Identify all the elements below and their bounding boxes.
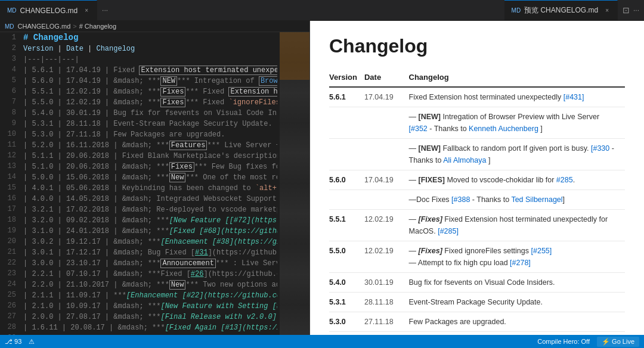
status-git[interactable]: ⎇ 93 — [5, 338, 21, 346]
table-row: —Doc Fixes [#388 - Thanks to Ted Silbern… — [329, 190, 625, 210]
status-bar: ⎇ 93 ⚠ Compile Hero: Off ⚡ Go Live — [0, 335, 644, 348]
table-row: 5.6.0 17.04.19 — [FIXES] Moved to vscode… — [329, 170, 625, 190]
code-line-10: | 5.3.0 | 27.11.18 | Few Packages are up… — [23, 129, 277, 140]
cell-version — [329, 190, 364, 210]
cell-version: 5.6.0 — [329, 170, 364, 190]
code-line-19: | 3.1.0 | 24.01.2018 | &mdash; ***[Fixed… — [23, 226, 277, 237]
cell-date: 12.02.19 — [364, 210, 409, 241]
editor-area: MD CHANGELOG.md > # Changelog 12345 6789… — [0, 21, 644, 335]
tab-label-left: CHANGELOG.md — [20, 7, 78, 15]
code-line-23: | 2.2.1 | 07.10.17 | &mdash; ***Fixed [#… — [23, 269, 277, 279]
changelog-link-285[interactable]: #285 — [556, 176, 573, 184]
table-row: — [NEW] Fallback to random port If given… — [329, 139, 625, 170]
code-line-11: | 5.2.0 | 16.11.2018 | &mdash; ***Featur… — [23, 140, 277, 151]
cell-date: 17.04.19 — [364, 87, 409, 107]
cell-changelog: — [NEW] Fallback to random port If given… — [409, 139, 625, 170]
breadcrumb-section: # Changelog — [79, 23, 116, 30]
table-row: 5.5.0 12.02.19 — [Fixes] Fixed ignoreFil… — [329, 241, 625, 273]
table-row: 5.6.1 17.04.19 Fixed Extension host term… — [329, 87, 625, 107]
changelog-link-330[interactable]: [#330 — [591, 144, 609, 153]
preview-action-more[interactable]: ··· — [633, 6, 639, 14]
changelog-link-author1[interactable]: Kenneth Auchenberg — [469, 125, 538, 133]
code-area[interactable]: 12345 678910 1112131415 1617181920 21222… — [0, 32, 309, 335]
code-line-12: | 5.1.1 | 20.06.2018 | Fixed Blank Marke… — [23, 151, 277, 161]
breadcrumb-file: MD CHANGELOG.md — [5, 23, 70, 30]
changelog-link-278[interactable]: [#278] — [510, 259, 531, 267]
cell-date: 27.11.18 — [364, 312, 409, 332]
changelog-link-author3[interactable]: Ted Silbernagel — [511, 195, 562, 204]
cell-changelog: Event-Stream Package Security Update. — [409, 293, 625, 312]
cell-version: 5.3.0 — [329, 312, 364, 332]
code-line-17: | 3.2.1 | 17.02.2018 | &mdash; Re-deploy… — [23, 204, 277, 215]
preview-action-split[interactable]: ⊡ — [623, 5, 630, 15]
tab-overflow-left[interactable]: ··· — [97, 0, 113, 20]
code-line-25: | 2.1.1 | 11.09.17 | ***[Enhancement [#2… — [23, 290, 277, 301]
code-line-27: | 2.0.0 | 27.08.17 | &mdash; ***[Final R… — [23, 312, 277, 322]
code-line-28: | 1.6.11 | 20.08.17 | &mdash; ***[Fixed … — [23, 322, 277, 333]
code-line-16: | 4.0.0 | 14.05.2018 | &mdash; Integrade… — [23, 194, 277, 204]
cell-version: 5.5.0 — [329, 241, 364, 273]
status-left: ⎇ 93 ⚠ — [5, 338, 35, 346]
tab-close-preview[interactable]: × — [604, 6, 610, 15]
code-line-24: | 2.2.0 | 21.10.2017 | &mdash; ***New***… — [23, 279, 277, 290]
cell-changelog: Fixed Extension host terminated unexpect… — [409, 87, 625, 107]
code-line-20: | 3.0.2 | 19.12.17 | &mdash; ***[Enhacem… — [23, 237, 277, 247]
code-line-4: | 5.6.1 | 17.04.19 | Fixed Extension hos… — [23, 65, 277, 76]
status-go-live[interactable]: ⚡ Go Live — [597, 337, 639, 347]
tab-preview[interactable]: MD 预览 CHANGELOG.md × — [504, 0, 618, 20]
changelog-link-388[interactable]: [#388 — [451, 195, 470, 204]
code-line-5: | 5.6.0 | 17.04.19 | &mdash; ***NEW*** I… — [23, 76, 277, 86]
code-line-1: # Changelog — [23, 32, 277, 44]
right-panel: Changelog Version Date Changelog 5.6.1 1… — [310, 21, 644, 335]
cell-changelog: — [NEW] Intregation of Browser Preview w… — [409, 107, 625, 139]
breadcrumb-sep1: > — [73, 23, 76, 30]
changelog-link-255[interactable]: [#255] — [531, 247, 552, 255]
col-header-changelog: Changelog — [409, 69, 625, 87]
cell-date — [364, 190, 409, 210]
cell-version: 5.3.1 — [329, 293, 364, 312]
status-errors[interactable]: ⚠ — [29, 338, 35, 346]
breadcrumb: MD CHANGELOG.md > # Changelog — [0, 21, 309, 32]
tab-close-left[interactable]: × — [83, 6, 89, 15]
cell-changelog: —Doc Fixes [#388 - Thanks to Ted Silbern… — [409, 190, 625, 210]
line-numbers: 12345 678910 1112131415 1617181920 21222… — [0, 32, 21, 335]
cell-version — [329, 107, 364, 139]
table-row: 5.4.0 30.01.19 Bug fix for fsevents on V… — [329, 273, 625, 293]
cell-date — [364, 107, 409, 139]
preview-content[interactable]: Changelog Version Date Changelog 5.6.1 1… — [310, 21, 644, 335]
code-line-26: | 2.1.0 | 10.09.17 | &mdash; ***[New Fea… — [23, 301, 277, 312]
table-row: — [NEW] Intregation of Browser Preview w… — [329, 107, 625, 139]
code-line-15: | 4.0.1 | 05.06.2018 | Keybinding has be… — [23, 183, 277, 194]
code-line-18: | 3.2.0 | 09.02.2018 | &mdash; ***[New F… — [23, 215, 277, 226]
table-row: 5.3.1 28.11.18 Event-Stream Package Secu… — [329, 293, 625, 312]
col-header-version: Version — [329, 69, 364, 87]
code-line-8: | 5.4.0 | 30.01.19 | Bug fix for fsevent… — [23, 108, 277, 119]
code-line-7: | 5.5.0 | 12.02.19 | &mdash; ***Fixes***… — [23, 97, 277, 108]
col-header-date: Date — [364, 69, 409, 87]
minimap-highlight — [280, 32, 309, 80]
cell-date — [364, 139, 409, 170]
minimap — [280, 32, 309, 335]
changelog-link-352[interactable]: [#352 — [409, 125, 428, 133]
cell-date: 30.01.19 — [364, 273, 409, 293]
preview-title: Changelog — [329, 35, 625, 57]
table-row: 5.3.0 27.11.18 Few Packages are upgraded… — [329, 312, 625, 332]
cell-version — [329, 139, 364, 170]
cell-changelog: — [FIXES] Moved to vscode-chokidar lib f… — [409, 170, 625, 190]
cell-version: 5.4.0 — [329, 273, 364, 293]
tab-changelog-left[interactable]: MD CHANGELOG.md × — [0, 0, 97, 20]
code-line-22: | 3.0.0 | 23.10.17 | &mdash; ***Announce… — [23, 258, 277, 269]
cell-changelog: Few Packages are upgraded. — [409, 312, 625, 332]
changelog-link-author2[interactable]: Ali Almohaya — [443, 156, 486, 164]
code-line-3: |---|---|---| — [23, 54, 277, 65]
code-line-2: Version | Date | Changelog — [23, 44, 277, 54]
cell-version: 5.6.1 — [329, 87, 364, 107]
tab-label-preview: 预览 CHANGELOG.md — [524, 5, 598, 15]
status-compile-hero[interactable]: Compile Hero: Off — [537, 338, 590, 345]
status-right: Compile Hero: Off ⚡ Go Live — [537, 337, 639, 347]
cell-date: 28.11.18 — [364, 293, 409, 312]
changelog-link[interactable]: [#431] — [564, 93, 584, 101]
cell-date: 12.02.19 — [364, 241, 409, 273]
left-panel: MD CHANGELOG.md > # Changelog 12345 6789… — [0, 21, 310, 335]
changelog-link-285b[interactable]: [#285] — [438, 227, 459, 235]
